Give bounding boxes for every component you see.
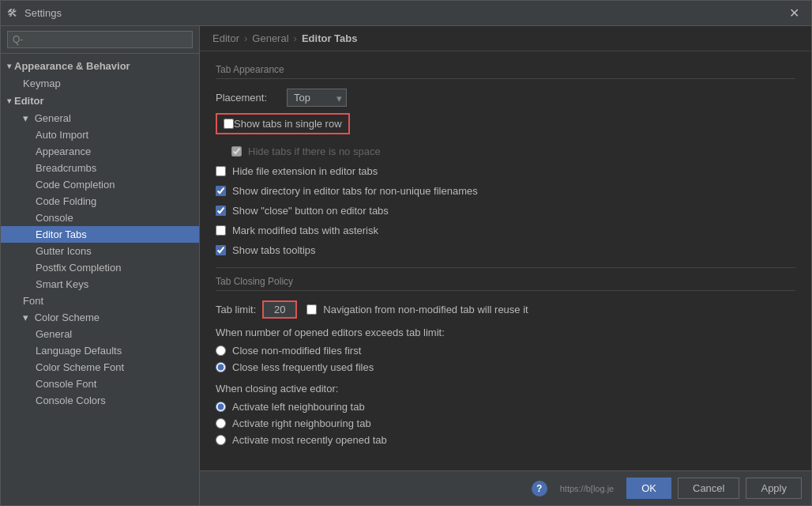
sidebar-item-general[interactable]: ▾ General [1, 110, 199, 126]
hide-file-extension-label[interactable]: Hide file extension in editor tabs [232, 165, 378, 177]
activate-recent-label[interactable]: Activate most recently opened tab [232, 434, 387, 446]
url-display: https://b[log.je [560, 484, 615, 493]
closing-active-label: When closing active editor: [216, 383, 795, 395]
sidebar-item-code-completion[interactable]: Code Completion [1, 176, 199, 193]
mark-modified-label[interactable]: Mark modified tabs with asterisk [232, 225, 378, 236]
sidebar-item-appearance[interactable]: Appearance [1, 143, 199, 160]
expand-arrow: ▾ [7, 96, 11, 105]
expand-arrow: ▾ [23, 112, 28, 124]
exceeds-label: When number of opened editors exceeds ta… [216, 327, 795, 338]
sidebar-label: Appearance & Behavior [14, 60, 130, 72]
sidebar-label: Console [36, 212, 73, 224]
sidebar-label: Gutter Icons [36, 245, 92, 257]
search-input[interactable] [7, 31, 193, 48]
help-button[interactable]: ? [532, 481, 547, 497]
activate-left-row: Activate left neighbouring tab [216, 401, 795, 413]
show-close-button-checkbox[interactable] [216, 206, 226, 216]
close-non-modified-row: Close non-modified files first [216, 345, 795, 357]
show-tooltips-row: Show tabs tooltips [216, 243, 795, 258]
settings-window: 🛠 Settings ✕ ▾ Appearance & Behavior Key… [0, 0, 812, 506]
show-tooltips-checkbox[interactable] [216, 245, 226, 255]
sidebar-item-cs-console-colors[interactable]: Console Colors [1, 392, 199, 409]
settings-content: Tab Appearance Placement: Top Bottom Lef… [200, 51, 811, 470]
sidebar-item-appearance-behavior[interactable]: ▾ Appearance & Behavior [1, 57, 199, 75]
breadcrumb-sep-1: › [244, 32, 247, 44]
sidebar-item-smart-keys[interactable]: Smart Keys [1, 276, 199, 293]
sidebar-tree: ▾ Appearance & Behavior Keymap ▾ Editor … [1, 54, 199, 505]
main-content-area: ▾ Appearance & Behavior Keymap ▾ Editor … [1, 26, 811, 505]
sidebar-label: Keymap [23, 77, 61, 89]
hide-tabs-no-space-label: Hide tabs if there is no space [248, 145, 381, 157]
show-close-button-label[interactable]: Show "close" button on editor tabs [232, 205, 389, 217]
placement-select-wrapper: Top Bottom Left Right None [287, 89, 347, 107]
sidebar-label: Postfix Completion [36, 262, 121, 274]
breadcrumb-editor: Editor [212, 32, 239, 44]
sidebar-item-cs-language-defaults[interactable]: Language Defaults [1, 342, 199, 359]
ok-button[interactable]: OK [626, 478, 671, 499]
close-less-frequent-label[interactable]: Close less frequently used files [232, 361, 374, 373]
activate-recent-radio[interactable] [216, 435, 226, 445]
cancel-button[interactable]: Cancel [678, 478, 739, 499]
close-less-frequent-radio[interactable] [216, 362, 226, 372]
show-tabs-single-row-row: Show tabs in single row [216, 113, 795, 139]
close-non-modified-radio[interactable] [216, 346, 226, 356]
placement-select[interactable]: Top Bottom Left Right None [287, 89, 347, 107]
show-directory-row: Show directory in editor tabs for non-un… [216, 183, 795, 198]
sidebar-label: Smart Keys [36, 278, 88, 290]
sidebar-label: Code Completion [36, 179, 115, 191]
activate-right-radio[interactable] [216, 418, 226, 429]
sidebar-item-code-folding[interactable]: Code Folding [1, 193, 199, 210]
close-button[interactable]: ✕ [783, 2, 805, 25]
nav-reuse-label[interactable]: Navigation from non-modified tab will re… [323, 304, 528, 315]
mark-modified-checkbox[interactable] [216, 225, 226, 236]
show-close-button-row: Show "close" button on editor tabs [216, 203, 795, 218]
tab-limit-label: Tab limit: [216, 304, 256, 315]
show-tabs-single-row-label[interactable]: Show tabs in single row [234, 118, 342, 130]
show-tabs-single-row-checkbox[interactable] [224, 119, 234, 129]
sidebar-item-postfix-completion[interactable]: Postfix Completion [1, 259, 199, 276]
sidebar-label: Language Defaults [36, 345, 122, 357]
sidebar-item-breadcrumbs[interactable]: Breadcrumbs [1, 160, 199, 176]
sidebar-item-cs-general[interactable]: General [1, 326, 199, 342]
show-tooltips-label[interactable]: Show tabs tooltips [232, 244, 316, 256]
tab-limit-row: Tab limit: Navigation from non-modified … [216, 300, 795, 319]
show-directory-checkbox[interactable] [216, 186, 226, 196]
mark-modified-row: Mark modified tabs with asterisk [216, 223, 795, 238]
breadcrumb-sep-2: › [294, 32, 297, 44]
sidebar-label: Appearance [36, 145, 91, 157]
sidebar-item-gutter-icons[interactable]: Gutter Icons [1, 243, 199, 259]
sidebar-item-auto-import[interactable]: Auto Import [1, 126, 199, 143]
show-tabs-highlighted-box: Show tabs in single row [216, 113, 350, 134]
apply-button[interactable]: Apply [746, 478, 802, 499]
window-title: Settings [24, 7, 783, 19]
hide-file-extension-checkbox[interactable] [216, 166, 226, 176]
tab-limit-input-wrap [262, 300, 297, 319]
expand-arrow: ▾ [23, 312, 28, 323]
show-directory-label[interactable]: Show directory in editor tabs for non-un… [232, 185, 478, 197]
sidebar-label: Breadcrumbs [36, 162, 96, 174]
sidebar-label: Color Scheme [35, 312, 100, 323]
sidebar-label: Color Scheme Font [36, 361, 124, 373]
nav-reuse-checkbox[interactable] [306, 304, 317, 315]
sidebar-item-cs-console-font[interactable]: Console Font [1, 376, 199, 392]
activate-right-label[interactable]: Activate right neighbouring tab [232, 417, 371, 429]
tab-limit-input[interactable] [264, 302, 295, 317]
app-icon: 🛠 [7, 7, 20, 20]
sidebar-item-cs-color-scheme-font[interactable]: Color Scheme Font [1, 359, 199, 376]
sidebar-item-color-scheme[interactable]: ▾ Color Scheme [1, 309, 199, 326]
activate-left-radio[interactable] [216, 402, 226, 412]
sidebar-label: Console Colors [36, 395, 106, 406]
sidebar-item-keymap[interactable]: Keymap [1, 75, 199, 92]
sidebar-item-editor[interactable]: ▾ Editor [1, 92, 199, 110]
sidebar-item-console[interactable]: Console [1, 210, 199, 226]
section-divider [216, 267, 795, 268]
activate-left-label[interactable]: Activate left neighbouring tab [232, 401, 365, 413]
tab-appearance-section-title: Tab Appearance [216, 64, 795, 79]
activate-recent-row: Activate most recently opened tab [216, 434, 795, 446]
breadcrumb-general: General [252, 32, 288, 44]
sidebar-item-font[interactable]: Font [1, 293, 199, 309]
bottom-bar: ? https://b[log.je OK Cancel Apply [200, 470, 811, 505]
sidebar-item-editor-tabs[interactable]: Editor Tabs [1, 226, 199, 243]
hide-tabs-no-space-checkbox [231, 146, 242, 157]
close-non-modified-label[interactable]: Close non-modified files first [232, 345, 361, 357]
